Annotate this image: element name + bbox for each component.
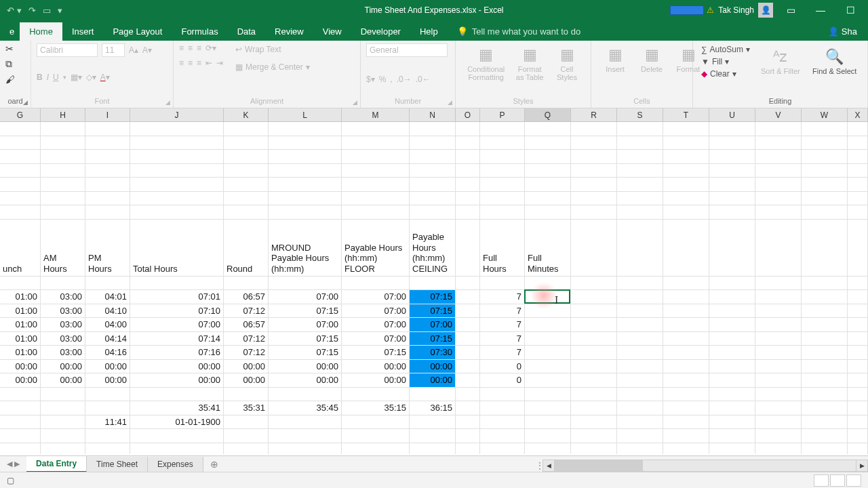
scroll-left-icon[interactable]: ◀: [542, 460, 555, 472]
cell[interactable]: [525, 415, 571, 430]
increase-decimal-icon[interactable]: .0→: [397, 75, 412, 84]
cell[interactable]: [224, 443, 269, 455]
cell[interactable]: [848, 192, 868, 206]
cell[interactable]: [755, 220, 802, 277]
cell[interactable]: [848, 136, 868, 150]
cell[interactable]: [85, 178, 130, 192]
cell[interactable]: [525, 304, 571, 319]
cell[interactable]: [802, 373, 848, 388]
cell[interactable]: [41, 192, 85, 206]
cell[interactable]: [663, 220, 709, 277]
cell[interactable]: [130, 164, 224, 178]
cell[interactable]: [571, 220, 617, 277]
cell[interactable]: [456, 277, 480, 291]
cell[interactable]: [480, 429, 525, 443]
cell[interactable]: [130, 429, 224, 443]
align-left-icon[interactable]: ≡: [179, 58, 184, 68]
cell[interactable]: 07:14: [130, 332, 224, 346]
cell[interactable]: [848, 443, 868, 455]
cell[interactable]: [342, 205, 410, 220]
cell[interactable]: [269, 277, 342, 291]
cell[interactable]: [269, 415, 342, 430]
cell[interactable]: [224, 429, 269, 443]
cell[interactable]: Full Minutes: [525, 220, 571, 277]
tab-view[interactable]: View: [313, 22, 351, 41]
cell[interactable]: [525, 332, 571, 346]
col-header-T[interactable]: T: [663, 108, 709, 121]
cell[interactable]: [130, 150, 224, 164]
col-header-O[interactable]: O: [456, 108, 480, 121]
cell[interactable]: 00:00: [410, 360, 456, 374]
cell[interactable]: [802, 443, 848, 455]
cell[interactable]: [410, 192, 456, 206]
cell[interactable]: =: [525, 290, 571, 304]
cell[interactable]: [269, 192, 342, 206]
cell[interactable]: [802, 346, 848, 360]
cell[interactable]: [755, 346, 802, 360]
col-header-S[interactable]: S: [617, 108, 663, 121]
cell[interactable]: 07:00: [342, 332, 410, 346]
cell[interactable]: 7: [480, 318, 525, 332]
cell[interactable]: [802, 415, 848, 430]
cell[interactable]: [848, 277, 868, 291]
cell[interactable]: [456, 205, 480, 220]
cell[interactable]: [663, 277, 709, 291]
conditional-formatting-button[interactable]: ▦Conditional Formatting: [461, 43, 511, 84]
cell[interactable]: [617, 164, 663, 178]
cell[interactable]: 04:14: [85, 332, 130, 346]
cell[interactable]: [224, 192, 269, 206]
sheet-tab-time-sheet[interactable]: Time Sheet: [87, 457, 148, 472]
decrease-font-icon[interactable]: A▾: [142, 45, 152, 55]
cell[interactable]: [130, 388, 224, 402]
fill-button[interactable]: ▼Fill ▾: [698, 56, 753, 68]
cell[interactable]: 00:00: [224, 360, 269, 374]
cell[interactable]: [410, 150, 456, 164]
cell[interactable]: [663, 318, 709, 332]
cell[interactable]: 07:30: [410, 346, 456, 360]
cell[interactable]: [802, 318, 848, 332]
cell[interactable]: 07:15: [410, 290, 456, 304]
decrease-decimal-icon[interactable]: .0←: [416, 75, 431, 84]
increase-font-icon[interactable]: A▴: [129, 45, 138, 55]
cell[interactable]: [571, 388, 617, 402]
cell[interactable]: [269, 388, 342, 402]
cell[interactable]: [571, 332, 617, 346]
cell[interactable]: 01:00: [0, 346, 41, 360]
cell[interactable]: 07:00: [269, 290, 342, 304]
cell[interactable]: [456, 415, 480, 430]
cell[interactable]: [755, 205, 802, 220]
cell[interactable]: [571, 277, 617, 291]
cell[interactable]: [130, 192, 224, 206]
delete-button[interactable]: ▦Delete: [633, 43, 670, 76]
cell[interactable]: [663, 429, 709, 443]
cell[interactable]: [224, 277, 269, 291]
cell[interactable]: [0, 429, 41, 443]
cell[interactable]: [342, 164, 410, 178]
dialog-launcher-icon[interactable]: ◢: [165, 99, 170, 106]
cell[interactable]: [456, 136, 480, 150]
cell[interactable]: [663, 164, 709, 178]
cell[interactable]: [85, 164, 130, 178]
cell[interactable]: [571, 318, 617, 332]
autosum-button[interactable]: ∑AutoSum ▾: [698, 43, 753, 56]
cell[interactable]: [0, 415, 41, 430]
cell[interactable]: [224, 205, 269, 220]
percent-icon[interactable]: %: [379, 75, 387, 84]
cell[interactable]: [342, 277, 410, 291]
cell[interactable]: [525, 373, 571, 388]
cell[interactable]: 07:15: [342, 346, 410, 360]
cell[interactable]: [802, 401, 848, 415]
sheet-nav[interactable]: ◀ ▶: [0, 460, 26, 468]
cell[interactable]: [0, 122, 41, 136]
cell[interactable]: [410, 178, 456, 192]
cell[interactable]: [0, 150, 41, 164]
cell[interactable]: [571, 360, 617, 374]
cell[interactable]: Payable Hours (hh:mm) CEILING: [410, 220, 456, 277]
cell[interactable]: [342, 192, 410, 206]
cell[interactable]: [617, 304, 663, 319]
cell[interactable]: 00:00: [0, 360, 41, 374]
cell[interactable]: [224, 178, 269, 192]
cell[interactable]: [709, 192, 755, 206]
cell[interactable]: [269, 164, 342, 178]
tell-me-search[interactable]: 💡 Tell me what you want to do: [448, 22, 590, 41]
